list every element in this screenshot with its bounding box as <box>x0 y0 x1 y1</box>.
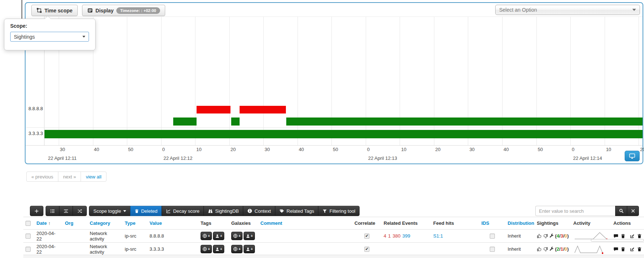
compact-view-button[interactable] <box>59 206 73 216</box>
scope-toggle-button[interactable]: Scope toggle <box>89 206 131 216</box>
axis-tick-label: 40 <box>502 147 509 152</box>
related-event-link[interactable]: 1 <box>388 233 391 239</box>
add-global-tag-button[interactable]: + <box>201 245 212 253</box>
attributes-toolbar: Scope toggle Deleted Decay score Sight <box>30 206 360 216</box>
close-icon <box>631 209 635 213</box>
add-attribute-button[interactable] <box>30 206 43 216</box>
screenshot-button[interactable] <box>625 151 640 161</box>
edit-icon[interactable] <box>630 247 635 252</box>
cell-actions <box>611 243 644 255</box>
thumbs-down-icon[interactable] <box>543 247 548 252</box>
table-header-row: Date ↑ Org Category Type Value Tags Gala… <box>23 217 644 229</box>
ids-checkbox[interactable] <box>490 234 495 239</box>
delete-icon[interactable] <box>637 234 642 239</box>
column-header-ids[interactable]: IDS <box>479 217 505 229</box>
related-event-link[interactable]: 399 <box>402 233 410 239</box>
row-checkbox[interactable] <box>26 234 31 239</box>
timeline-bar[interactable] <box>286 118 643 126</box>
gridline <box>229 17 230 145</box>
column-header-comment[interactable]: Comment <box>258 217 352 229</box>
select-all-checkbox[interactable] <box>26 221 31 226</box>
related-event-link[interactable]: 380 <box>392 233 400 239</box>
cell-correlate: ✔ <box>352 243 381 255</box>
floating-scrollbar[interactable] <box>591 239 644 242</box>
time-scope-button[interactable]: Time scope <box>31 5 78 16</box>
page: Time scope Display Timezone: : +02:00 Se… <box>0 0 644 258</box>
sightingdb-button[interactable]: SightingDB <box>203 206 243 216</box>
next-page-button[interactable]: next » <box>58 172 81 182</box>
thumbs-up-icon[interactable] <box>537 234 542 239</box>
add-local-galaxy-button[interactable]: + <box>244 232 255 240</box>
view-all-button[interactable]: view all <box>81 172 106 182</box>
axis-tick-label: 50 <box>536 147 543 152</box>
column-header-distribution[interactable]: Distribution <box>505 217 535 229</box>
comment-icon[interactable] <box>613 234 618 239</box>
column-header-date[interactable]: Date ↑ <box>34 217 63 229</box>
pagination: « previous next » view all <box>26 172 106 182</box>
timeline-bar[interactable] <box>240 106 286 113</box>
clear-search-button[interactable] <box>627 206 639 216</box>
wrench-icon[interactable] <box>549 234 554 238</box>
decay-score-button[interactable]: Decay score <box>162 206 204 216</box>
row-checkbox[interactable] <box>26 247 31 252</box>
thumbs-up-icon[interactable] <box>537 247 542 252</box>
option-select[interactable]: Select an Option <box>495 5 640 15</box>
add-global-galaxy-button[interactable]: + <box>231 232 243 240</box>
wrench-icon[interactable] <box>549 247 554 251</box>
soft-delete-icon[interactable] <box>621 234 625 239</box>
thumbs-down-icon[interactable] <box>543 234 548 239</box>
binoculars-icon <box>208 209 213 213</box>
axis-tick-label: 20 <box>229 147 236 152</box>
cell-sightings: (4/3/0) <box>535 230 571 242</box>
chart-line-icon <box>166 209 171 213</box>
shuffle-view-button[interactable] <box>73 206 87 216</box>
edit-icon[interactable] <box>630 234 635 239</box>
cell-ids <box>479 230 505 242</box>
shuffle-icon <box>77 209 82 213</box>
feed-hit-link[interactable]: S1:1 <box>433 233 443 239</box>
info-circle-icon <box>247 208 252 213</box>
soft-delete-icon[interactable] <box>621 247 625 252</box>
display-button[interactable]: Display Timezone: : +02:00 <box>82 5 165 16</box>
time-scope-label: Time scope <box>44 8 73 14</box>
chevron-down-icon <box>123 210 126 212</box>
scope-select[interactable]: Sightings <box>10 32 89 42</box>
correlate-checkbox[interactable]: ✔ <box>364 247 369 252</box>
timeline-bar[interactable] <box>173 118 197 126</box>
timeline-bar[interactable] <box>44 130 643 138</box>
filtering-tool-button[interactable]: Filtering tool <box>318 206 360 216</box>
column-header-value[interactable]: Value <box>147 217 198 229</box>
add-local-tag-button[interactable]: + <box>213 245 224 253</box>
add-local-galaxy-button[interactable]: + <box>244 245 255 253</box>
sightings-count: (2/1/0) <box>555 246 569 252</box>
timeline-bar[interactable] <box>231 118 240 126</box>
column-header-org[interactable]: Org <box>63 217 88 229</box>
axis-tick-label: 30 <box>58 147 65 152</box>
context-button[interactable]: Context <box>243 206 275 216</box>
timeline-panel: Time scope Display Timezone: : +02:00 Se… <box>25 2 643 164</box>
add-global-tag-button[interactable]: + <box>201 232 212 240</box>
correlate-checkbox[interactable]: ✔ <box>364 234 369 239</box>
delete-icon[interactable] <box>637 247 642 252</box>
add-local-tag-button[interactable]: + <box>213 232 224 240</box>
ids-checkbox[interactable] <box>490 247 495 252</box>
list-view-button[interactable] <box>46 206 59 216</box>
axis-tick-label: 0 <box>161 147 165 152</box>
deleted-button[interactable]: Deleted <box>130 206 162 216</box>
previous-page-button[interactable]: « previous <box>26 172 58 182</box>
related-event-link[interactable]: 4 <box>384 233 386 239</box>
search-button[interactable] <box>615 206 627 216</box>
plot-area <box>44 16 643 145</box>
related-tags-button[interactable]: Related Tags <box>275 206 319 216</box>
comment-icon[interactable] <box>613 247 618 252</box>
column-header-type[interactable]: Type <box>123 217 147 229</box>
column-header-correlate: Correlate <box>352 217 381 229</box>
timeline-bar[interactable] <box>197 106 230 113</box>
cell-comment <box>258 243 352 255</box>
cell-category: Network activity <box>88 243 123 255</box>
related-tags-label: Related Tags <box>287 208 314 214</box>
column-header-category[interactable]: Category <box>88 217 123 229</box>
filter-buttons-group: Scope toggle Deleted Decay score Sight <box>89 206 360 216</box>
search-input[interactable] <box>535 206 616 216</box>
add-global-galaxy-button[interactable]: + <box>231 245 243 253</box>
